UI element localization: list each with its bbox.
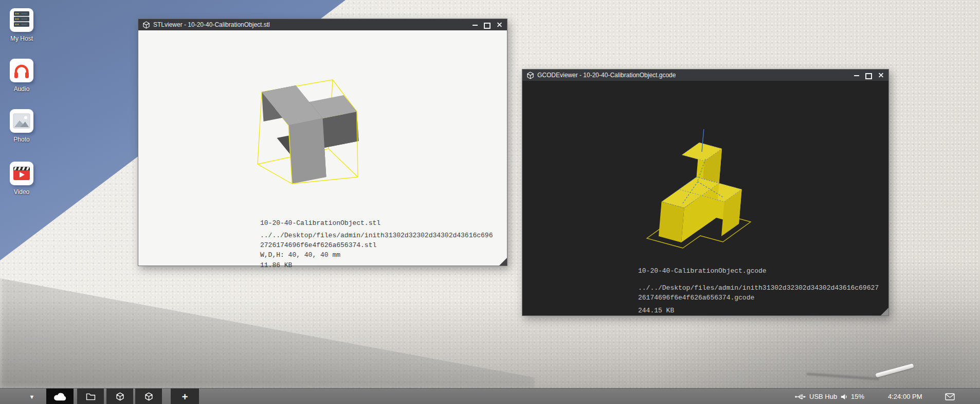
- minimize-button[interactable]: [471, 22, 478, 28]
- desktop-icon-audio[interactable]: Audio: [0, 59, 43, 93]
- desktop-icon-photo[interactable]: Photo: [0, 109, 43, 143]
- stl-model-render: [247, 73, 371, 196]
- server-icon: [10, 8, 33, 32]
- file-info: 10-20-40-CalibrationObject.stl ../../Des…: [260, 218, 494, 270]
- video-clapper-icon: [10, 162, 33, 185]
- tray-clock[interactable]: 4:24:00 PM: [888, 389, 922, 404]
- resize-handle[interactable]: [499, 258, 507, 266]
- file-name: 10-20-40-CalibrationObject.stl: [260, 218, 494, 228]
- desktop-icon-label: Photo: [0, 136, 43, 143]
- usb-icon: [795, 393, 806, 400]
- desktop: My Host Audio Photo: [0, 0, 980, 404]
- desktop-icon-label: Audio: [0, 85, 43, 93]
- stlviewer-titlebar[interactable]: STLviewer - 10-20-40-CalibrationObject.s…: [138, 19, 507, 30]
- file-dimensions: W,D,H: 40, 40, 40 mm: [260, 250, 494, 260]
- tray-usb-label: USB Hub: [809, 393, 837, 400]
- cube-icon: [142, 21, 150, 29]
- window-title: STLviewer - 10-20-40-CalibrationObject.s…: [153, 21, 270, 28]
- plus-icon: +: [182, 392, 188, 402]
- clock-label: 4:24:00 PM: [888, 393, 922, 400]
- file-size: 11.86 KB: [260, 260, 494, 270]
- taskbar-app-files[interactable]: [77, 389, 104, 404]
- gcodeviewer-titlebar[interactable]: GCODEviewer - 10-20-40-CalibrationObject…: [522, 69, 888, 81]
- resize-handle[interactable]: [881, 308, 888, 315]
- envelope-icon: [945, 393, 955, 400]
- desktop-icon-label: Video: [0, 188, 43, 196]
- chevron-down-icon[interactable]: ▼: [25, 389, 39, 404]
- file-info: 10-20-40-CalibrationObject.gcode ../../D…: [638, 266, 880, 315]
- minimize-button[interactable]: [853, 72, 860, 79]
- taskbar-add-button[interactable]: +: [171, 389, 199, 404]
- taskbar: ▼ +: [0, 388, 980, 404]
- window-title: GCODEviewer - 10-20-40-CalibrationObject…: [537, 72, 676, 79]
- headphones-icon: [10, 59, 33, 82]
- maximize-button[interactable]: [484, 22, 491, 28]
- stl-3d-view[interactable]: 10-20-40-CalibrationObject.stl ../../Des…: [138, 30, 507, 266]
- stlviewer-window: STLviewer - 10-20-40-CalibrationObject.s…: [138, 19, 507, 266]
- cube-icon: [116, 392, 124, 401]
- file-name: 10-20-40-CalibrationObject.gcode: [638, 266, 880, 276]
- tray-mail[interactable]: [945, 389, 955, 404]
- taskbar-app-gcodeviewer[interactable]: [135, 389, 162, 404]
- cube-icon: [144, 392, 153, 401]
- tray-usb[interactable]: USB Hub: [795, 389, 837, 404]
- cube-icon: [527, 72, 534, 79]
- folder-icon: [86, 393, 96, 400]
- file-path: ../../Desktop/files/admin/inith31302d323…: [260, 231, 494, 250]
- desktop-icon-video[interactable]: Video: [0, 162, 43, 196]
- close-button[interactable]: [496, 22, 503, 28]
- gcode-model-render: [638, 129, 767, 253]
- gcodeviewer-window: GCODEviewer - 10-20-40-CalibrationObject…: [522, 69, 889, 316]
- file-path: ../../Desktop/files/admin/inith31302d323…: [638, 283, 880, 303]
- gcode-3d-view[interactable]: 10-20-40-CalibrationObject.gcode ../../D…: [522, 81, 888, 315]
- desktop-icon-my-host[interactable]: My Host: [0, 8, 43, 42]
- tray-volume[interactable]: 15%: [840, 389, 864, 404]
- cloud-icon: [53, 392, 67, 401]
- taskbar-app-cloud[interactable]: [46, 389, 74, 404]
- taskbar-app-stlviewer[interactable]: [106, 389, 133, 404]
- speaker-icon: [840, 393, 848, 400]
- tray-volume-label: 15%: [851, 393, 864, 400]
- desktop-icon-label: My Host: [0, 35, 43, 42]
- photo-icon: [10, 109, 33, 133]
- close-button[interactable]: [878, 72, 884, 79]
- maximize-button[interactable]: [865, 72, 872, 79]
- file-size: 244.15 KB: [638, 306, 880, 315]
